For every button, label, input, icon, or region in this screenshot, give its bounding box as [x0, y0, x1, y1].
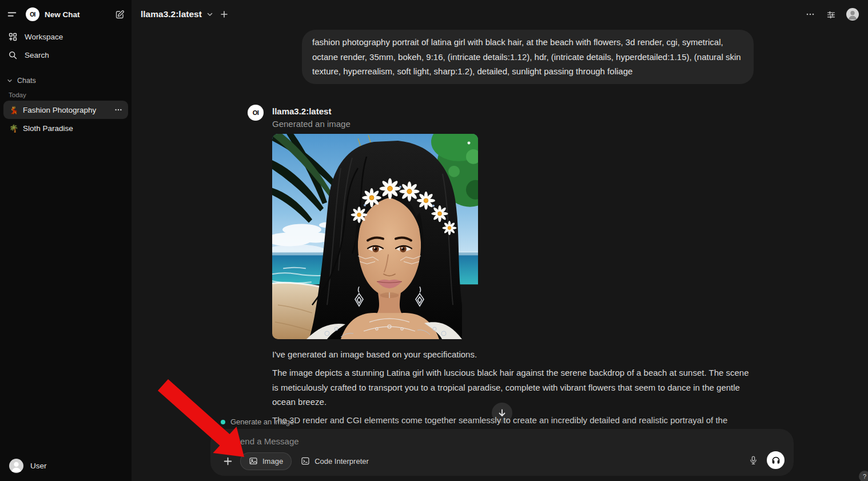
chat-item-fashion-photography[interactable]: 💃 Fashion Photography [3, 101, 128, 119]
chevron-down-icon [7, 78, 13, 84]
user-message-bubble: fashion photography portrait of latina g… [302, 30, 754, 84]
chat-title: Sloth Paradise [23, 124, 122, 133]
voice-call-button[interactable] [767, 451, 785, 469]
workspace-label: Workspace [25, 33, 63, 41]
code-interpreter-label: Code Interpreter [314, 457, 369, 466]
chat-title: Fashion Photography [23, 106, 110, 114]
status-dot-icon [221, 420, 225, 424]
sidebar-user-menu[interactable]: User [5, 456, 127, 475]
sidebar-item-workspace[interactable]: Workspace [3, 27, 128, 46]
assistant-avatar: OI [248, 105, 264, 121]
user-avatar-icon [846, 8, 859, 21]
attach-button[interactable] [218, 452, 237, 470]
app-logo[interactable]: OI [26, 7, 39, 21]
image-icon [249, 456, 258, 466]
search-label: Search [25, 51, 49, 59]
top-bar: llama3.2:latest [132, 0, 868, 29]
main-area: llama3.2:latest [132, 0, 868, 481]
sidebar: OI New Chat Workspace [0, 0, 132, 481]
assistant-paragraph: The image depicts a stunning Latina girl… [272, 365, 752, 410]
code-interpreter-toggle-button[interactable]: Code Interpreter [295, 452, 375, 470]
workspace-icon [8, 32, 18, 42]
scroll-down-icon [497, 408, 507, 418]
assistant-name: llama3.2:latest [272, 106, 331, 116]
chat-emoji: 🌴 [9, 124, 18, 133]
image-button-label: Image [262, 457, 283, 466]
assistant-status-text: Generated an image [272, 119, 351, 129]
account-avatar[interactable] [846, 8, 859, 21]
sidebar-toggle-icon[interactable] [6, 8, 18, 21]
search-icon [8, 50, 18, 60]
user-name-label: User [30, 462, 47, 470]
generation-status-label: Generate an image [230, 418, 294, 426]
app-window: OI New Chat Workspace [0, 0, 868, 481]
plus-icon [223, 456, 233, 466]
generated-image[interactable] [272, 134, 478, 339]
assistant-paragraph: The 3D render and CGI elements come toge… [272, 413, 752, 428]
add-model-button[interactable] [219, 9, 229, 19]
sidebar-item-search[interactable]: Search [3, 46, 128, 64]
sliders-icon [826, 10, 836, 19]
chats-section-toggle[interactable]: Chats [3, 73, 128, 88]
composer-tools: Image Code Interpreter [218, 452, 375, 470]
assistant-paragraph: I've generated an image based on your sp… [272, 347, 752, 362]
topbar-controls [805, 8, 859, 21]
chat-emoji: 💃 [9, 106, 18, 114]
new-chat-icon[interactable] [114, 9, 126, 21]
ellipsis-icon [806, 10, 815, 19]
controls-button[interactable] [825, 9, 837, 21]
user-avatar [9, 459, 23, 473]
help-button[interactable]: ? [859, 471, 868, 481]
scroll-to-bottom-button[interactable] [492, 403, 512, 423]
plus-icon [220, 10, 228, 18]
sidebar-header: OI New Chat [3, 6, 128, 23]
user-avatar-icon [9, 459, 23, 473]
chat-options-icon[interactable] [114, 106, 122, 114]
composer-right-controls [748, 451, 785, 469]
date-group-label: Today [3, 88, 128, 101]
image-toggle-button[interactable]: Image [240, 452, 292, 470]
terminal-icon [301, 456, 310, 466]
message-input[interactable]: Send a Message [234, 436, 299, 446]
new-chat-label[interactable]: New Chat [45, 10, 80, 19]
mic-icon [748, 455, 758, 465]
message-composer: Send a Message Image [210, 429, 794, 476]
model-name: llama3.2:latest [141, 9, 202, 19]
chevron-down-icon [206, 11, 213, 18]
headphones-icon [771, 455, 781, 466]
chat-menu-button[interactable] [805, 9, 816, 20]
beach-portrait-illustration [272, 134, 478, 339]
chat-item-sloth-paradise[interactable]: 🌴 Sloth Paradise [3, 119, 128, 137]
chats-section-label: Chats [17, 77, 36, 85]
model-selector[interactable]: llama3.2:latest [141, 9, 213, 19]
voice-input-button[interactable] [748, 455, 758, 465]
generation-status: Generate an image [221, 418, 294, 426]
